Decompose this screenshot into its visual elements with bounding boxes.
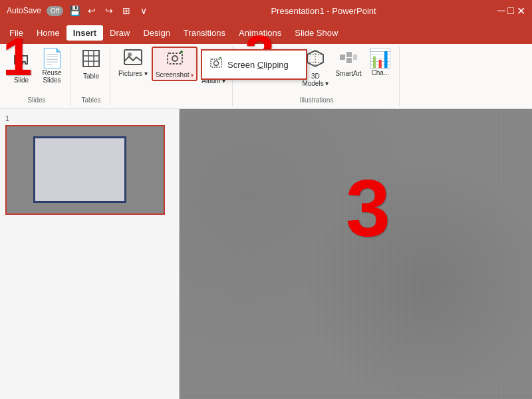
new-slide-label: NewSlide [14,69,29,84]
window-title: Presentation1 - PowerPoint [271,6,376,16]
svg-rect-20 [346,52,352,57]
table-label: Table [83,72,99,80]
ribbon-group-slides: 🗂 NewSlide 📄 ReuseSlides Slides [3,47,71,106]
minimize-icon[interactable]: ─ [497,5,505,17]
new-slide-icon: 🗂 [12,49,31,68]
table-icon [82,49,100,71]
save-icon[interactable]: 💾 [68,5,80,17]
chart-button[interactable]: 📊 Cha... [366,47,395,78]
smartart-button[interactable]: SmartArt [332,47,364,78]
new-slide-button[interactable]: 🗂 NewSlide [7,47,36,85]
menu-insert[interactable]: Insert [66,25,103,41]
3d-models-icon [306,49,325,71]
smartart-icon [339,49,358,68]
svg-rect-19 [340,55,345,60]
svg-rect-7 [168,53,182,64]
menu-draw[interactable]: Draw [103,25,136,41]
screen-clipping-item[interactable]: Screen Clipping [202,53,306,76]
window-controls[interactable]: ─ □ ✕ [497,5,525,17]
svg-point-24 [214,61,219,66]
svg-rect-0 [83,51,99,66]
canvas-texture [180,109,532,399]
slides-buttons: 🗂 NewSlide 📄 ReuseSlides [7,47,66,94]
svg-point-8 [172,56,178,61]
maximize-icon[interactable]: □ [507,5,514,17]
screen-clipping-icon [210,57,222,72]
svg-rect-22 [353,55,357,60]
tables-group-label: Tables [82,94,101,104]
chart-label: Cha... [372,69,390,76]
screen-clipping-dropdown: Screen Clipping [201,49,307,80]
pictures-button[interactable]: Pictures ▾ [116,47,150,78]
undo-icon[interactable]: ↩ [86,5,98,17]
slides-group-label: Slides [27,94,45,104]
menu-file[interactable]: File [3,25,30,41]
autosave-label: AutoSave [7,6,41,15]
autosave-toggle[interactable]: Off [47,6,63,16]
reuse-slides-label: ReuseSlides [43,69,62,84]
reuse-slides-icon: 📄 [41,49,64,68]
canvas-area[interactable]: 3 [180,109,532,399]
menu-animations[interactable]: Animations [232,25,288,41]
slide-number: 1 [5,114,174,122]
menu-home[interactable]: Home [30,25,66,41]
title-bar: AutoSave Off 💾 ↩ ↪ ⊞ ∨ Presentation1 - P… [0,0,532,21]
ribbon-group-tables: Table Tables [72,47,110,106]
screenshot-icon [166,51,184,70]
slide-content-preview [33,136,126,203]
title-bar-left: AutoSave Off 💾 ↩ ↪ ⊞ ∨ [7,5,150,17]
menu-bar: File Home Insert Draw Design Transitions… [0,21,532,44]
tables-buttons: Table [76,47,106,94]
close-icon[interactable]: ✕ [517,5,525,17]
smartart-label: SmartArt [335,70,361,77]
svg-rect-5 [124,50,142,65]
slide-panel: 1 [0,109,180,399]
slide-thumbnail[interactable] [5,125,165,215]
reuse-slides-button[interactable]: 📄 ReuseSlides [37,47,66,85]
customize-icon[interactable]: ⊞ [120,5,132,17]
pictures-icon [124,49,142,68]
main-area: 1 3 [0,109,532,399]
chart-icon: 📊 [368,49,392,68]
menu-transitions[interactable]: Transitions [177,25,232,41]
redo-icon[interactable]: ↪ [103,5,115,17]
menu-slideshow[interactable]: Slide Show [288,25,344,41]
menu-design[interactable]: Design [136,25,176,41]
screen-clipping-label: Screen Clipping [227,60,289,70]
svg-rect-21 [346,58,352,63]
svg-point-6 [128,53,132,57]
more-icon[interactable]: ∨ [138,5,150,17]
screenshot-button[interactable]: Screenshot ▾ [153,48,196,80]
illustrations-group-label: Illustrations [300,94,334,104]
table-button[interactable]: Table [76,47,106,81]
screenshot-button-wrap: Screenshot ▾ [152,47,198,81]
pictures-label: Pictures ▾ [118,70,148,77]
screenshot-label: Screenshot ▾ [156,71,194,78]
